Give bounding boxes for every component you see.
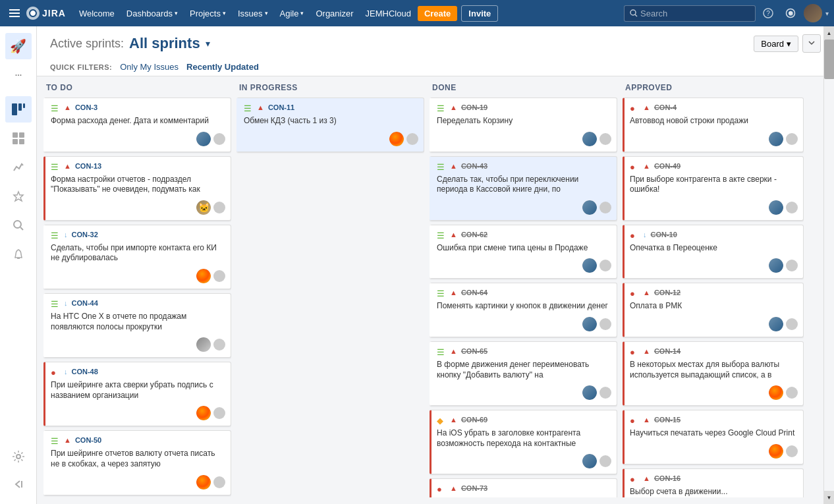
card-status-dot xyxy=(786,260,798,271)
sidebar-notifications[interactable] xyxy=(5,241,32,267)
card-issue-id[interactable]: CON-65 xyxy=(461,347,487,355)
card-title: Форма расхода денег. Дата и комментарий xyxy=(51,116,225,126)
card-priority-icon: ▲ xyxy=(643,347,650,355)
sidebar-collapse[interactable] xyxy=(5,471,32,497)
card-con-11[interactable]: ☰ ▲ CON-11 Обмен КДЗ (часть 1 из 3) xyxy=(236,98,424,152)
card-issue-id[interactable]: CON-11 xyxy=(268,103,294,111)
card-issue-id[interactable]: CON-32 xyxy=(72,231,98,238)
card-con-44[interactable]: ☰ ↓ CON-44 На HTC One X в отчете по прод… xyxy=(43,293,231,358)
nav-dashboards[interactable]: Dashboards▾ xyxy=(121,0,183,26)
card-con-69[interactable]: ◆ ▲ CON-69 На iOS убрать в заголовке кон… xyxy=(430,410,617,474)
nav-jemhcloud[interactable]: JEMHCloud xyxy=(360,0,416,26)
left-sidebar: 🚀 ··· xyxy=(0,26,37,504)
scroll-down-button[interactable]: ▼ xyxy=(824,491,835,504)
card-status-dot xyxy=(213,339,225,350)
svg-point-3 xyxy=(630,10,636,15)
card-con-65[interactable]: ☰ ▲ CON-65 В форме движения денег переим… xyxy=(430,341,617,406)
page-title[interactable]: All sprints xyxy=(129,35,200,52)
scroll-up-button[interactable]: ▲ xyxy=(824,26,835,40)
card-type-icon: ● xyxy=(630,231,640,240)
scroll-thumb[interactable] xyxy=(824,40,835,79)
card-issue-id[interactable]: CON-10 xyxy=(651,231,677,238)
card-issue-id[interactable]: CON-14 xyxy=(654,347,681,355)
sidebar-shortcuts[interactable]: 🚀 xyxy=(5,33,32,59)
sidebar-settings[interactable] xyxy=(5,443,32,470)
collapse-board-button[interactable] xyxy=(802,34,821,53)
filter-recently-updated[interactable]: Recently Updated xyxy=(186,62,259,72)
column-approved-header: Approved xyxy=(623,83,804,98)
sidebar-reports[interactable] xyxy=(5,154,32,181)
card-issue-id[interactable]: CON-62 xyxy=(461,231,487,238)
card-issue-id[interactable]: CON-15 xyxy=(654,416,681,424)
card-con-49[interactable]: ● ▲ CON-49 При выборе контрагента в акте… xyxy=(623,156,804,221)
nav-welcome[interactable]: Welcome xyxy=(74,0,120,26)
card-status-dot xyxy=(213,476,225,488)
nav-issues[interactable]: Issues▾ xyxy=(233,0,273,26)
nav-agile[interactable]: Agile▾ xyxy=(275,0,310,26)
page-header-top: Active sprints: All sprints ▾ Board ▾ xyxy=(50,34,821,53)
sprint-dropdown-icon[interactable]: ▾ xyxy=(206,38,210,49)
card-issue-id[interactable]: CON-49 xyxy=(654,162,681,170)
card-issue-id[interactable]: CON-12 xyxy=(654,289,681,296)
card-con-73[interactable]: ● ▲ CON-73 После продажи розничному... xyxy=(430,478,617,497)
card-priority-icon: ↓ xyxy=(643,231,647,238)
card-con-10[interactable]: ● ↓ CON-10 Опечатка в Переоценке xyxy=(623,225,804,279)
card-issue-id[interactable]: CON-50 xyxy=(75,436,101,444)
sidebar-dashboard[interactable] xyxy=(5,125,32,152)
search-input[interactable] xyxy=(640,9,733,18)
card-con-62[interactable]: ☰ ▲ CON-62 Ошибка при смене типа цены в … xyxy=(430,225,617,279)
card-con-15[interactable]: ● ▲ CON-15 Научиться печатать через Goog… xyxy=(623,410,804,464)
card-type-icon: ☰ xyxy=(51,436,61,446)
board-button[interactable]: Board ▾ xyxy=(754,36,798,52)
filter-only-my-issues[interactable]: Only My Issues xyxy=(120,62,179,72)
sidebar-search[interactable] xyxy=(5,212,32,238)
card-issue-id[interactable]: CON-64 xyxy=(461,289,487,296)
card-con-50[interactable]: ☰ ▲ CON-50 При шейринге отчетов валюту о… xyxy=(43,430,231,495)
nav-projects[interactable]: Projects▾ xyxy=(184,0,231,26)
card-issue-id[interactable]: CON-4 xyxy=(654,103,677,111)
svg-rect-15 xyxy=(13,139,18,144)
sidebar-more[interactable]: ··· xyxy=(5,62,32,88)
nav-organizer[interactable]: Organizer xyxy=(310,0,358,26)
settings-icon[interactable]: ⚙ xyxy=(781,3,800,23)
card-con-32[interactable]: ☰ ↓ CON-32 Сделать, чтобы при импорте ко… xyxy=(43,225,231,289)
card-issue-id[interactable]: CON-48 xyxy=(72,368,98,376)
card-con-14[interactable]: ● ▲ CON-14 В некоторых местах для выбора… xyxy=(623,341,804,406)
user-avatar[interactable] xyxy=(803,3,823,23)
card-status-dot xyxy=(213,407,225,419)
card-con-3[interactable]: ☰ ▲ CON-3 Форма расхода денег. Дата и ко… xyxy=(43,98,231,152)
card-avatar xyxy=(582,385,597,400)
card-title: Обмен КДЗ (часть 1 из 3) xyxy=(244,116,418,126)
create-button[interactable]: Create xyxy=(418,6,457,21)
card-con-19[interactable]: ☰ ▲ CON-19 Переделать Корзину xyxy=(430,98,617,152)
user-chevron[interactable]: ▾ xyxy=(825,10,829,17)
hamburger-icon[interactable] xyxy=(5,4,24,22)
invite-button[interactable]: Invite xyxy=(461,5,498,22)
card-con-12[interactable]: ● ▲ CON-12 Оплата в РМК xyxy=(623,283,804,337)
vertical-scrollbar[interactable]: ▲ ▼ xyxy=(823,26,834,504)
card-issue-id[interactable]: CON-19 xyxy=(461,103,487,111)
card-con-64[interactable]: ☰ ▲ CON-64 Поменять картинки у кнопок в … xyxy=(430,283,617,337)
sidebar-starred[interactable] xyxy=(5,183,32,210)
card-issue-id[interactable]: CON-3 xyxy=(75,103,97,111)
board-area[interactable]: To Do ☰ ▲ CON-3 Форма расхода денег. Дат… xyxy=(37,76,834,504)
card-avatar xyxy=(582,317,597,331)
card-con-16[interactable]: ● ▲ CON-16 Выбор счета в движении... xyxy=(623,468,804,497)
help-icon[interactable]: ? xyxy=(758,3,778,23)
card-issue-id[interactable]: CON-16 xyxy=(654,474,681,482)
sidebar-board[interactable] xyxy=(5,96,32,123)
card-con-43[interactable]: ☰ ▲ CON-43 Сделать так, чтобы при перекл… xyxy=(430,156,617,221)
card-con-48[interactable]: ● ↓ CON-48 При шейринге акта сверки убра… xyxy=(43,362,231,426)
card-issue-id[interactable]: CON-69 xyxy=(461,416,487,424)
card-issue-id[interactable]: CON-73 xyxy=(461,484,487,492)
svg-rect-1 xyxy=(9,13,20,14)
scroll-track[interactable] xyxy=(824,40,835,491)
card-issue-id[interactable]: CON-44 xyxy=(72,299,98,307)
jira-logo[interactable]: JIRA xyxy=(26,7,66,20)
card-issue-id[interactable]: CON-13 xyxy=(75,162,101,170)
card-issue-id[interactable]: CON-43 xyxy=(461,162,487,170)
page-subtitle: Active sprints: xyxy=(50,37,124,51)
search-bar[interactable] xyxy=(624,5,756,22)
card-con-4[interactable]: ● ▲ CON-4 Автоввод новой строки продажи xyxy=(623,98,804,152)
card-con-13[interactable]: ☰ ▲ CON-13 Форма настройки отчетов - под… xyxy=(43,156,231,221)
